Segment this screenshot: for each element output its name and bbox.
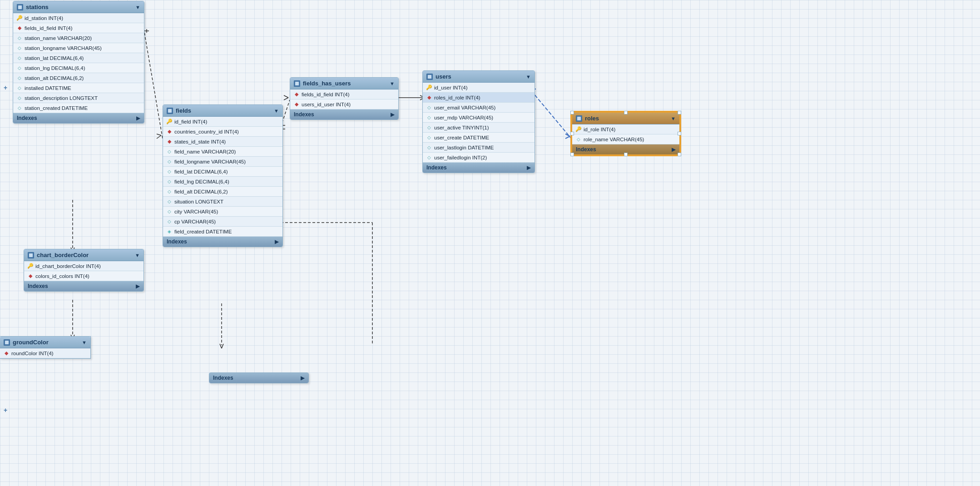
- table-gc-header[interactable]: groundColor ▼: [0, 337, 90, 348]
- resize-tl[interactable]: [570, 111, 574, 114]
- plus-icon-3[interactable]: +: [4, 407, 7, 414]
- field-field-lng: ◇ field_lng DECIMAL(6,4): [163, 177, 282, 187]
- resize-tr[interactable]: [678, 111, 681, 114]
- stations-indexes[interactable]: Indexes ▶: [13, 113, 144, 123]
- table-users-header[interactable]: users ▼: [423, 71, 535, 83]
- table-fields-header[interactable]: fields ▼: [163, 105, 282, 117]
- resize-br[interactable]: [678, 153, 681, 156]
- diamond-icon: ◇: [17, 95, 22, 101]
- table-stations-header[interactable]: stations ▼: [13, 1, 144, 13]
- table-fields-chevron: ▼: [274, 108, 279, 114]
- diamond-icon: ◇: [167, 179, 172, 184]
- diamond-icon: ◇: [17, 35, 22, 41]
- table-users-title: users: [436, 73, 523, 80]
- field-colors-id-colors: ◆ colors_id_colors INT(4): [24, 271, 144, 281]
- field-name-text: user_lastlogin DATETIME: [434, 145, 494, 150]
- field-name-text: station_name VARCHAR(20): [25, 35, 92, 41]
- field-name-text: user_create DATETIME: [434, 135, 489, 140]
- table-partial-bottom: Indexes ▶: [209, 372, 309, 383]
- field-fields-id-field: ◆ fields_id_field INT(4): [13, 23, 144, 33]
- diamond-icon: ◇: [426, 115, 432, 120]
- field-name-text: field_alt DECIMAL(6,2): [174, 189, 228, 194]
- svg-line-1: [157, 134, 161, 135]
- field-name-text: id_field INT(4): [174, 119, 207, 124]
- field-name-text: roles_id_role INT(4): [434, 95, 480, 100]
- svg-line-22: [220, 344, 222, 348]
- field-name-text: field_name VARCHAR(20): [174, 149, 236, 154]
- field-user-create: ◇ user_create DATETIME: [423, 133, 535, 143]
- diamond-icon: ◇: [167, 219, 172, 224]
- field-name-text: field_created DATETIME: [174, 229, 232, 234]
- resize-mr[interactable]: [678, 132, 681, 135]
- field-name-text: station_lng DECIMAL(6,4): [25, 65, 85, 71]
- table-chart-bordercolor: chart_borderColor ▼ 🔑 id_chart_borderCol…: [24, 249, 144, 292]
- field-field-alt: ◇ field_alt DECIMAL(6,2): [163, 187, 282, 197]
- field-field-name: ◇ field_name VARCHAR(20): [163, 147, 282, 157]
- field-station-name: ◇ station_name VARCHAR(20): [13, 33, 144, 43]
- indexes-arrow: ▶: [136, 115, 140, 121]
- field-name-text: user_failedlogin INT(2): [434, 155, 487, 160]
- indexes-label: Indexes: [213, 375, 233, 381]
- field-name-text: field_lat DECIMAL(6,4): [174, 169, 228, 174]
- field-id-user: 🔑 id_user INT(4): [423, 83, 535, 93]
- indexes-label: Indexes: [576, 146, 596, 153]
- field-name-text: id_role INT(4): [584, 127, 615, 132]
- cbc-indexes[interactable]: Indexes ▶: [24, 281, 144, 291]
- users-indexes[interactable]: Indexes ▶: [423, 163, 535, 173]
- key-icon: 🔑: [167, 119, 172, 124]
- table-fhu-icon: [294, 80, 300, 87]
- field-station-longname: ◇ station_longname VARCHAR(45): [13, 43, 144, 53]
- table-cbc-title: chart_borderColor: [37, 252, 132, 258]
- field-name-text: city VARCHAR(45): [174, 209, 218, 214]
- table-users: users ▼ 🔑 id_user INT(4) ◆ roles_id_role…: [422, 70, 535, 173]
- table-gc-chevron: ▼: [82, 340, 87, 345]
- indexes-label: Indexes: [426, 164, 447, 171]
- field-station-created: ◇ station_created DATETIME: [13, 103, 144, 113]
- field-city: ◇ city VARCHAR(45): [163, 207, 282, 217]
- diamond-icon: ◇: [426, 155, 432, 160]
- diamond-icon: ◇: [17, 45, 22, 51]
- field-name-text: users_id_user INT(4): [302, 102, 351, 107]
- indexes-arrow: ▶: [136, 283, 140, 289]
- table-users-icon: [426, 74, 433, 80]
- table-fhu-title: fields_has_users: [303, 80, 387, 87]
- table-fields-icon: [167, 108, 173, 114]
- table-cbc-header[interactable]: chart_borderColor ▼: [24, 249, 144, 261]
- svg-line-7: [284, 98, 288, 100]
- resize-tm[interactable]: [624, 111, 628, 114]
- table-fhu-header[interactable]: fields_has_users ▼: [290, 78, 398, 89]
- diamond-icon: ◇: [167, 159, 172, 164]
- field-countries-id: ◆ countries_country_id INT(4): [163, 127, 282, 137]
- fhu-indexes[interactable]: Indexes ▶: [290, 109, 398, 119]
- table-roles-icon: [576, 115, 582, 122]
- field-name-text: states_id_state INT(4): [174, 139, 226, 144]
- indexes-arrow: ▶: [301, 375, 305, 381]
- bottom-indexes[interactable]: Indexes ▶: [209, 373, 308, 383]
- resize-ml[interactable]: [570, 132, 574, 135]
- field-name-text: station_alt DECIMAL(6,2): [25, 75, 84, 81]
- indexes-arrow: ▶: [672, 146, 676, 153]
- field-name-text: station_created DATETIME: [25, 105, 88, 111]
- key-icon: 🔑: [17, 15, 22, 21]
- resize-bm[interactable]: [624, 153, 628, 156]
- diamond-icon: ◇: [167, 169, 172, 174]
- field-user-email: ◇ user_email VARCHAR(45): [423, 103, 535, 113]
- diamond-icon: ◇: [17, 105, 22, 111]
- resize-bl[interactable]: [570, 153, 574, 156]
- table-stations: stations ▼ 🔑 id_station INT(4) ◆ fields_…: [13, 1, 144, 124]
- indexes-arrow: ▶: [527, 164, 531, 171]
- diamond-cyan-icon: ◈: [167, 229, 172, 234]
- field-station-lng: ◇ station_lng DECIMAL(6,4): [13, 63, 144, 73]
- table-stations-chevron: ▼: [135, 5, 140, 10]
- diamond-icon: ◇: [17, 65, 22, 71]
- svg-line-15: [531, 91, 571, 139]
- plus-icon[interactable]: +: [4, 84, 7, 91]
- table-roles-chevron: ▼: [671, 116, 676, 121]
- table-cbc-icon: [28, 252, 34, 258]
- fields-indexes[interactable]: Indexes ▶: [163, 237, 282, 247]
- field-id-role: 🔑 id_role INT(4): [572, 124, 679, 134]
- field-station-lat: ◇ station_lat DECIMAL(6,4): [13, 53, 144, 63]
- svg-line-23: [222, 344, 223, 348]
- field-name-text: fields_id_field INT(4): [25, 25, 72, 31]
- field-id-chart-bordercolor: 🔑 id_chart_borderColor INT(4): [24, 261, 144, 271]
